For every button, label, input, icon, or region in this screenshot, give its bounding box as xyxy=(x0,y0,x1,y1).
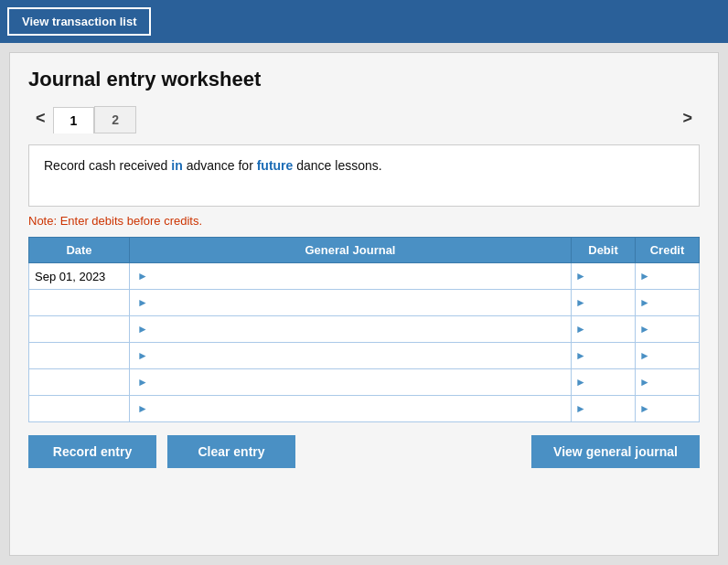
col-header-journal: General Journal xyxy=(130,238,572,263)
date-cell-0: Sep 01, 2023 xyxy=(29,263,130,290)
debit-cell-5[interactable]: ► xyxy=(572,396,636,422)
credit-cell-5[interactable]: ► xyxy=(636,396,700,422)
credit-arrow-5: ► xyxy=(639,402,650,415)
journal-cell-3[interactable]: ► xyxy=(130,343,572,369)
credit-cell-1[interactable]: ► xyxy=(636,290,700,316)
debit-cell-1[interactable]: ► xyxy=(572,290,636,316)
highlight-future: future xyxy=(257,158,294,173)
credit-input-5[interactable] xyxy=(650,396,699,421)
description-box: Record cash received in advance for futu… xyxy=(28,144,700,207)
next-tab-button[interactable]: > xyxy=(675,102,700,133)
indent-arrow-3: ► xyxy=(137,349,148,362)
table-row: ► ► ► xyxy=(29,316,700,343)
buttons-row: Record entry Clear entry View general jo… xyxy=(28,435,700,468)
main-container: Journal entry worksheet < 1 2 > Record c… xyxy=(9,52,719,556)
debit-cell-0[interactable]: ► xyxy=(572,263,636,290)
credit-cell-4[interactable]: ► xyxy=(636,369,700,396)
journal-input-1[interactable] xyxy=(152,290,571,315)
debit-arrow-2: ► xyxy=(575,323,586,336)
indent-arrow-5: ► xyxy=(137,402,148,415)
journal-cell-2[interactable]: ► xyxy=(130,316,572,343)
debit-input-3[interactable] xyxy=(586,343,635,368)
view-general-journal-button[interactable]: View general journal xyxy=(531,435,700,468)
credit-input-2[interactable] xyxy=(650,316,699,342)
table-row: ► ► ► xyxy=(29,290,700,316)
date-cell-3 xyxy=(29,343,130,369)
credit-input-1[interactable] xyxy=(650,290,699,315)
debit-cell-4[interactable]: ► xyxy=(572,369,636,396)
date-cell-5 xyxy=(29,396,130,422)
col-header-debit: Debit xyxy=(572,238,636,263)
indent-arrow-0: ► xyxy=(137,270,148,282)
debit-input-1[interactable] xyxy=(586,290,635,315)
indent-arrow-2: ► xyxy=(137,323,148,336)
debit-arrow-1: ► xyxy=(575,296,586,309)
debit-input-4[interactable] xyxy=(586,369,635,395)
credit-cell-3[interactable]: ► xyxy=(636,343,700,369)
date-cell-2 xyxy=(29,316,130,343)
page-title: Journal entry worksheet xyxy=(28,68,700,91)
journal-table: Date General Journal Debit Credit Sep 01… xyxy=(28,237,700,422)
credit-arrow-0: ► xyxy=(639,270,650,282)
credit-arrow-3: ► xyxy=(639,349,650,362)
indent-arrow-4: ► xyxy=(137,376,148,389)
prev-tab-button[interactable]: < xyxy=(28,102,53,133)
credit-input-0[interactable] xyxy=(650,263,699,289)
date-cell-4 xyxy=(29,369,130,396)
indent-arrow-1: ► xyxy=(137,296,148,309)
journal-cell-4[interactable]: ► xyxy=(130,369,572,396)
credit-cell-0[interactable]: ► xyxy=(636,263,700,290)
clear-entry-button[interactable]: Clear entry xyxy=(167,435,295,468)
journal-input-0[interactable] xyxy=(152,263,571,289)
debit-cell-2[interactable]: ► xyxy=(572,316,636,343)
journal-cell-5[interactable]: ► xyxy=(130,396,572,422)
credit-arrow-4: ► xyxy=(639,376,650,389)
credit-arrow-1: ► xyxy=(639,296,650,309)
credit-input-3[interactable] xyxy=(650,343,699,368)
table-row: ► ► ► xyxy=(29,396,700,422)
journal-input-3[interactable] xyxy=(152,343,571,368)
tab-1[interactable]: 1 xyxy=(53,107,95,133)
credit-cell-2[interactable]: ► xyxy=(636,316,700,343)
journal-cell-0[interactable]: ► xyxy=(130,263,572,290)
record-entry-button[interactable]: Record entry xyxy=(28,435,156,468)
debit-input-5[interactable] xyxy=(586,396,635,421)
table-row: Sep 01, 2023 ► ► ► xyxy=(29,263,700,290)
debit-input-2[interactable] xyxy=(586,316,635,342)
col-header-date: Date xyxy=(29,238,130,263)
debit-cell-3[interactable]: ► xyxy=(572,343,636,369)
credit-arrow-2: ► xyxy=(639,323,650,336)
journal-input-5[interactable] xyxy=(152,396,571,421)
view-transaction-list-button[interactable]: View transaction list xyxy=(7,7,151,36)
journal-input-4[interactable] xyxy=(152,369,571,395)
top-bar: View transaction list xyxy=(0,0,728,43)
table-row: ► ► ► xyxy=(29,369,700,396)
highlight-in: in xyxy=(171,158,182,173)
debit-arrow-0: ► xyxy=(575,270,586,282)
credit-input-4[interactable] xyxy=(650,369,699,395)
debit-arrow-5: ► xyxy=(575,402,586,415)
debit-arrow-4: ► xyxy=(575,376,586,389)
table-header-row: Date General Journal Debit Credit xyxy=(29,238,700,263)
journal-input-2[interactable] xyxy=(152,316,571,342)
tab-2[interactable]: 2 xyxy=(94,106,136,133)
debit-input-0[interactable] xyxy=(586,263,635,289)
journal-cell-1[interactable]: ► xyxy=(130,290,572,316)
note-text: Note: Enter debits before credits. xyxy=(28,214,700,228)
date-cell-1 xyxy=(29,290,130,316)
debit-arrow-3: ► xyxy=(575,349,586,362)
table-row: ► ► ► xyxy=(29,343,700,369)
tabs-row: < 1 2 > xyxy=(28,102,700,133)
col-header-credit: Credit xyxy=(636,238,700,263)
